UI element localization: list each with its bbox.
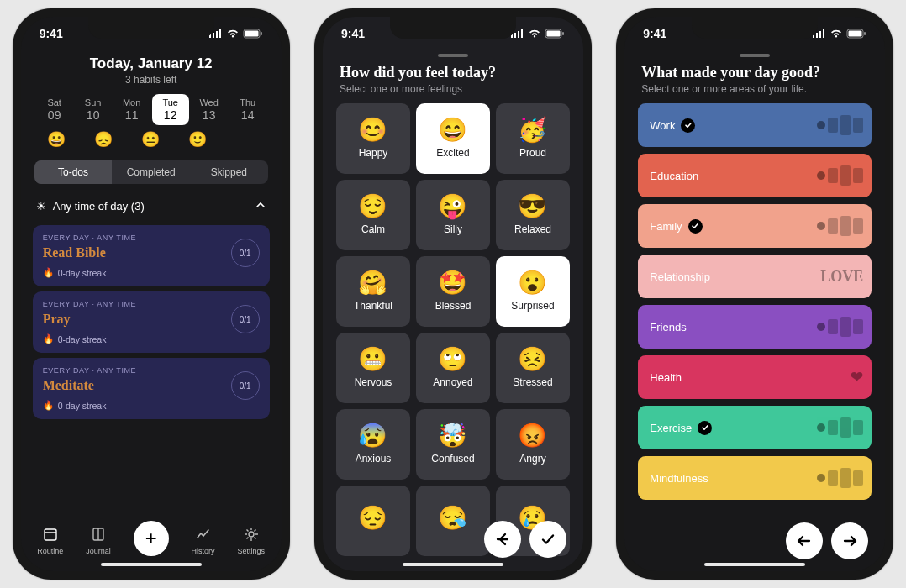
tab-journal[interactable]: Journal <box>86 526 111 555</box>
task-title: Meditate <box>43 378 260 393</box>
segment-skipped[interactable]: Skipped <box>190 160 268 184</box>
section-header[interactable]: ☀︎ Any time of day (3) <box>21 187 282 220</box>
feeling-calm[interactable]: 😌Calm <box>336 180 410 250</box>
emoji-icon: 🙄 <box>438 348 467 371</box>
segment-todos[interactable]: To-dos <box>34 160 113 184</box>
feeling-surprised[interactable]: 😮Surprised <box>496 256 570 327</box>
area-illustration: ❤ <box>851 362 863 392</box>
feeling-label: Blessed <box>435 300 471 312</box>
feeling-nervous[interactable]: 😬Nervous <box>336 333 410 403</box>
feeling-stressed[interactable]: 😣Stressed <box>496 333 570 403</box>
feeling-proud[interactable]: 🥳Proud <box>496 103 570 174</box>
task-streak: 🔥0-day streak <box>43 333 260 344</box>
feeling-thankful[interactable]: 🤗Thankful <box>336 256 410 327</box>
day-11[interactable]: Mon11 <box>113 94 150 125</box>
area-label: Mindfulness <box>650 472 708 485</box>
back-button[interactable] <box>484 521 521 558</box>
svg-rect-7 <box>546 31 560 37</box>
emoji-icon: 😊 <box>358 118 387 142</box>
feeling-blessed[interactable]: 🤩Blessed <box>416 256 490 327</box>
emoji-icon: 😜 <box>438 195 467 218</box>
task-card[interactable]: EVERY DAY · ANY TIMEPray🔥0-day streak0/1 <box>33 291 270 353</box>
phone-routine: 9:41 Today, January 12 3 habits left Sat… <box>13 8 290 580</box>
feeling-item[interactable]: 😔 <box>336 486 410 556</box>
emoji-icon: 😎 <box>518 195 547 218</box>
confirm-button[interactable] <box>529 521 566 558</box>
areas-list: WorkEducationFamilyRelationshipLOVEFrien… <box>624 103 885 500</box>
area-education[interactable]: Education <box>638 154 872 197</box>
phone-feelings: 9:41 How did you feel today? Select one … <box>314 8 592 580</box>
day-14[interactable]: Thu14 <box>229 94 266 125</box>
area-label: Exercise <box>650 422 692 434</box>
feeling-label: Happy <box>359 147 388 159</box>
area-friends[interactable]: Friends <box>638 305 872 349</box>
area-work[interactable]: Work <box>638 103 872 147</box>
journal-icon <box>90 526 107 544</box>
next-button[interactable] <box>831 522 868 559</box>
segmented-control[interactable]: To-dos Completed Skipped <box>34 160 268 184</box>
feeling-excited[interactable]: 😄Excited <box>416 103 490 174</box>
segment-completed[interactable]: Completed <box>112 160 190 184</box>
feeling-relaxed[interactable]: 😎Relaxed <box>496 180 570 250</box>
tab-routine[interactable]: Routine <box>37 526 63 555</box>
area-relationship[interactable]: RelationshipLOVE <box>638 255 872 298</box>
day-13[interactable]: Wed13 <box>191 94 228 125</box>
area-illustration <box>817 412 863 443</box>
feeling-label: Anxious <box>356 453 392 465</box>
feeling-label: Annoyed <box>433 376 472 388</box>
task-counter[interactable]: 0/1 <box>231 371 260 400</box>
area-illustration <box>817 110 863 140</box>
area-mindfulness[interactable]: Mindfulness <box>638 456 872 500</box>
check-icon <box>681 118 695 133</box>
area-health[interactable]: Health❤ <box>638 355 872 399</box>
task-streak: 🔥0-day streak <box>43 267 260 278</box>
mood-emoji[interactable]: 🙂 <box>179 130 216 149</box>
svg-rect-11 <box>864 32 866 35</box>
feeling-annoyed[interactable]: 🙄Annoyed <box>416 333 490 403</box>
svg-rect-2 <box>261 32 262 35</box>
emoji-icon: 😔 <box>358 507 387 530</box>
tab-history[interactable]: History <box>192 526 215 555</box>
emoji-icon: 😬 <box>358 348 387 371</box>
feeling-label: Surprised <box>511 300 554 312</box>
mood-emoji[interactable]: 😞 <box>85 130 122 149</box>
mood-emoji[interactable]: 😀 <box>38 130 75 149</box>
wifi-icon <box>830 29 843 39</box>
feeling-label: Thankful <box>354 300 392 312</box>
mood-emoji[interactable]: 😐 <box>132 130 169 149</box>
home-indicator[interactable] <box>101 563 202 566</box>
area-exercise[interactable]: Exercise <box>638 406 872 449</box>
task-card[interactable]: EVERY DAY · ANY TIMEMeditate🔥0-day strea… <box>33 358 270 419</box>
day-12[interactable]: Tue12 <box>152 94 189 125</box>
phone-areas: 9:41 What made your day good? Select one… <box>616 8 893 580</box>
feeling-item[interactable]: 😪 <box>416 486 490 556</box>
page-subtitle: 3 habits left <box>21 74 282 86</box>
back-button[interactable] <box>786 522 823 559</box>
day-09[interactable]: Sat09 <box>36 94 73 125</box>
status-time: 9:41 <box>40 27 63 40</box>
wifi-icon <box>528 29 541 39</box>
task-streak: 🔥0-day streak <box>43 400 260 411</box>
emoji-icon: 😰 <box>358 424 387 448</box>
feeling-happy[interactable]: 😊Happy <box>336 103 410 174</box>
emoji-icon: 😡 <box>518 424 547 448</box>
add-button[interactable]: + <box>134 521 169 556</box>
tab-settings[interactable]: Settings <box>238 526 266 555</box>
home-indicator[interactable] <box>704 563 805 566</box>
feeling-angry[interactable]: 😡Angry <box>496 409 570 480</box>
task-counter[interactable]: 0/1 <box>231 239 260 267</box>
feeling-silly[interactable]: 😜Silly <box>416 180 490 250</box>
day-10[interactable]: Sun10 <box>75 94 112 125</box>
notch <box>390 17 516 39</box>
feeling-anxious[interactable]: 😰Anxious <box>336 409 410 480</box>
emoji-icon: 😮 <box>518 271 547 295</box>
area-label: Family <box>650 220 682 233</box>
area-family[interactable]: Family <box>638 204 872 248</box>
home-indicator[interactable] <box>403 563 503 566</box>
feeling-confused[interactable]: 🤯Confused <box>416 409 490 480</box>
task-card[interactable]: EVERY DAY · ANY TIMERead Bible🔥0-day str… <box>33 225 270 286</box>
flame-icon: 🔥 <box>43 333 54 344</box>
feeling-label: Excited <box>436 147 469 159</box>
task-counter[interactable]: 0/1 <box>231 305 260 333</box>
calendar-strip[interactable]: Sat09Sun10Mon11Tue12Wed13Thu14 <box>21 92 282 125</box>
